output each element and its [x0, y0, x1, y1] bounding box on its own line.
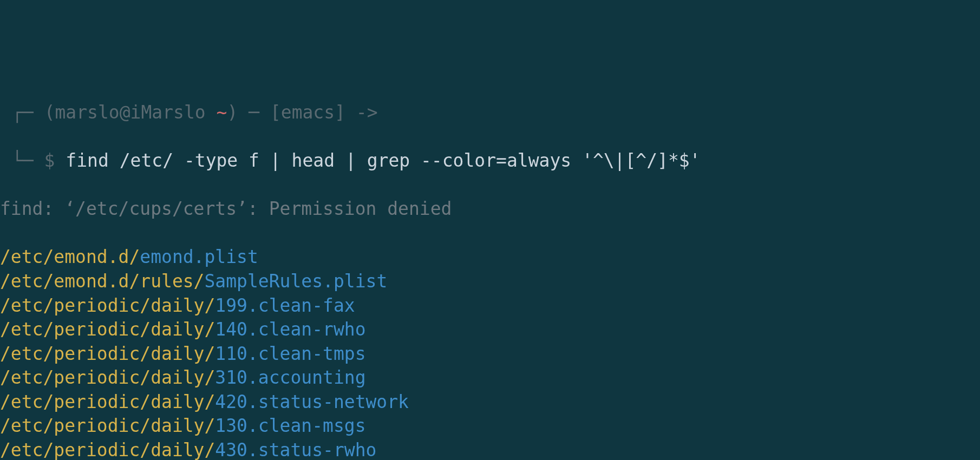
bracket-close: ] — [335, 102, 345, 123]
dash-icon: ─ — [23, 150, 34, 171]
output-line: /etc/periodic/daily/420.status-network — [0, 390, 980, 415]
path-basename: emond.plist — [140, 246, 258, 267]
path-basename: 420.status-network — [215, 391, 409, 412]
corner-top-icon: ┌ — [12, 102, 23, 123]
path-dir: /etc/periodic/daily/ — [0, 295, 215, 316]
output-line: /etc/periodic/daily/199.clean-fax — [0, 294, 980, 318]
tilde-icon: ~ — [217, 102, 227, 123]
path-basename: 140.clean-rwho — [215, 319, 365, 340]
path-dir: /etc/periodic/daily/ — [0, 319, 215, 340]
arrow-icon: -> — [356, 102, 378, 123]
output-line: /etc/periodic/daily/130.clean-msgs — [0, 414, 980, 438]
path-basename: 110.clean-tmps — [215, 343, 365, 364]
paren-close: ) — [227, 102, 238, 123]
shell-mode: emacs — [281, 102, 335, 123]
output-line: /etc/periodic/daily/430.status-rwho — [0, 438, 980, 460]
prompt-line-2[interactable]: └─ $ find /etc/ -type f | head | grep --… — [0, 149, 980, 173]
corner-bottom-icon: └ — [12, 150, 23, 171]
dash-icon: ─ — [23, 102, 34, 123]
output-line: /etc/emond.d/rules/SampleRules.plist — [0, 270, 980, 294]
path-basename: SampleRules.plist — [205, 271, 388, 292]
path-dir: /etc/emond.d/rules/ — [0, 271, 205, 292]
paren-open: ( — [44, 102, 55, 123]
path-dir: /etc/periodic/daily/ — [0, 343, 215, 364]
bracket-open: [ — [270, 102, 281, 123]
dash-icon: ─ — [249, 102, 259, 123]
output-line: /etc/periodic/daily/140.clean-rwho — [0, 318, 980, 342]
prompt-line-1: ┌─ (marslo@iMarslo ~) ─ [emacs] -> — [0, 101, 980, 125]
command-input[interactable]: find /etc/ -type f | head | grep --color… — [66, 150, 700, 171]
output-line: /etc/periodic/daily/310.accounting — [0, 366, 980, 390]
error-line: find: ‘/etc/cups/certs’: Permission deni… — [0, 197, 980, 221]
path-dir: /etc/periodic/daily/ — [0, 415, 215, 436]
output-line: /etc/periodic/daily/110.clean-tmps — [0, 342, 980, 366]
path-dir: /etc/periodic/daily/ — [0, 367, 215, 388]
output-lines: /etc/emond.d/emond.plist/etc/emond.d/rul… — [0, 245, 980, 460]
user-host: marslo@iMarslo — [55, 102, 217, 123]
path-basename: 310.accounting — [215, 367, 365, 388]
path-basename: 199.clean-fax — [215, 295, 355, 316]
path-basename: 430.status-rwho — [215, 439, 376, 460]
path-dir: /etc/emond.d/ — [0, 246, 140, 267]
path-dir: /etc/periodic/daily/ — [0, 391, 215, 412]
path-dir: /etc/periodic/daily/ — [0, 439, 215, 460]
path-basename: 130.clean-msgs — [215, 415, 365, 436]
dollar-prompt: $ — [34, 150, 66, 171]
output-line: /etc/emond.d/emond.plist — [0, 245, 980, 270]
